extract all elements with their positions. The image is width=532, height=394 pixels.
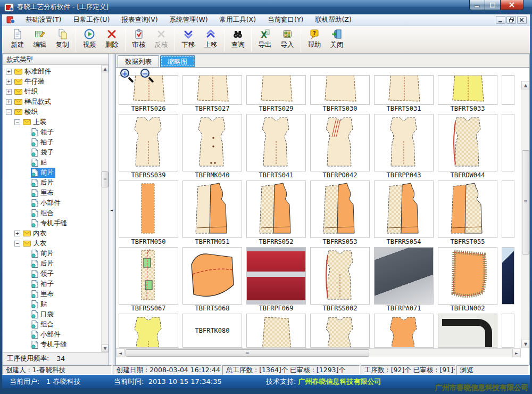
- tree-item[interactable]: 里布: [3, 289, 101, 299]
- scroll-left-icon[interactable]: ◄: [116, 349, 124, 357]
- expand-icon[interactable]: +: [14, 231, 20, 236]
- export-button[interactable]: X导出: [254, 27, 276, 52]
- tab-thumbnails[interactable]: 缩略图: [160, 55, 195, 67]
- tree-item[interactable]: 袋子: [3, 147, 101, 158]
- scroll-down-icon[interactable]: ▼: [102, 344, 109, 352]
- thumbnail-image[interactable]: [374, 114, 434, 171]
- tree-item[interactable]: −上装: [3, 117, 101, 127]
- thumbnail-cell[interactable]: [246, 314, 306, 348]
- close-button[interactable]: [500, 0, 523, 10]
- thumbnail-image[interactable]: [119, 247, 178, 305]
- thumbnail-cell[interactable]: [374, 180, 434, 238]
- menu-item[interactable]: 当前窗口(Y): [262, 14, 309, 26]
- thumbnail-cell[interactable]: [374, 114, 434, 171]
- thumbnail-cell-partial[interactable]: [502, 314, 514, 348]
- thumbnail-cell[interactable]: [246, 180, 306, 238]
- thumbnail-image[interactable]: [182, 180, 242, 238]
- tree-item[interactable]: 领子: [3, 127, 101, 137]
- thumbnail-image[interactable]: [119, 314, 178, 348]
- thumbnail-cell[interactable]: [374, 247, 434, 305]
- thumbnail-image[interactable]: [374, 180, 434, 238]
- edit-button[interactable]: 编辑: [29, 27, 51, 52]
- unaudit-button[interactable]: 反核: [150, 27, 172, 52]
- tree-item[interactable]: 专机手缝: [3, 340, 101, 350]
- thumbnail-cell[interactable]: [182, 114, 242, 171]
- thumbnail-cell[interactable]: [182, 75, 242, 105]
- thumbnail-cell[interactable]: [246, 247, 306, 305]
- expand-icon[interactable]: +: [6, 69, 12, 75]
- tree-item[interactable]: 口袋: [3, 309, 101, 319]
- scroll-right-icon[interactable]: ►: [512, 349, 521, 357]
- thumbnail-image[interactable]: [310, 314, 370, 348]
- tree-item[interactable]: 里布: [3, 188, 101, 198]
- delete-button[interactable]: 删除: [101, 27, 123, 52]
- menu-item[interactable]: 系统管理(W): [164, 14, 214, 26]
- thumbnail-cell[interactable]: [119, 180, 178, 238]
- tree-item[interactable]: 贴: [3, 158, 101, 168]
- tree-item[interactable]: 后片: [3, 259, 101, 269]
- thumbnail-image[interactable]: [438, 247, 497, 305]
- tree-item[interactable]: +牛仔装: [3, 77, 101, 87]
- thumbnail-cell[interactable]: [310, 247, 370, 305]
- thumbnail-image[interactable]: [374, 75, 434, 105]
- thumbnail-image[interactable]: [182, 114, 242, 171]
- vertical-scrollbar[interactable]: ▲ ≡ ▼: [521, 81, 529, 348]
- collapse-panel-icon[interactable]: ◄: [110, 208, 113, 212]
- thumbnail-cell-partial[interactable]: [502, 247, 514, 305]
- thumbnail-cell[interactable]: [310, 75, 370, 105]
- thumbnail-image[interactable]: [119, 114, 178, 171]
- thumbnail-image[interactable]: [438, 75, 497, 105]
- thumbnail-image[interactable]: [438, 314, 497, 348]
- thumbnail-cell[interactable]: [374, 75, 434, 105]
- thumbnail-image[interactable]: [182, 75, 242, 105]
- thumbnail-image[interactable]: [438, 180, 497, 238]
- menu-item[interactable]: 联机帮助(Z): [309, 14, 357, 26]
- thumbnail-image[interactable]: [310, 75, 370, 105]
- thumbnail-cell[interactable]: [310, 180, 370, 238]
- tree-item[interactable]: +标准部件: [3, 67, 101, 77]
- horizontal-scrollbar[interactable]: ◄ ≡ ►: [116, 348, 521, 357]
- menu-item[interactable]: 常用工具(X): [214, 14, 262, 26]
- tree-item[interactable]: 组合: [3, 319, 101, 330]
- thumbnail-image[interactable]: [246, 180, 306, 238]
- thumbnail-cell-partial[interactable]: [502, 180, 514, 238]
- expand-icon[interactable]: +: [6, 99, 12, 105]
- thumbnail-image[interactable]: [119, 180, 178, 238]
- thumbnail-cell[interactable]: [438, 75, 497, 105]
- tree-item[interactable]: −大衣: [3, 239, 101, 249]
- thumbnail-cell[interactable]: TBFRTK080: [182, 314, 242, 348]
- thumbnail-image[interactable]: [310, 247, 370, 305]
- collapse-icon[interactable]: −: [14, 241, 20, 247]
- expand-icon[interactable]: +: [6, 89, 12, 95]
- scroll-up-icon[interactable]: ▲: [102, 65, 109, 72]
- collapse-icon[interactable]: −: [6, 109, 12, 115]
- thumbnail-image[interactable]: TBFRTK080: [182, 314, 242, 348]
- menu-item[interactable]: 日常工作(U): [67, 14, 115, 26]
- thumbnail-image[interactable]: [182, 247, 242, 305]
- tree-item[interactable]: 组合: [3, 208, 101, 218]
- tree-scroll-thumb[interactable]: ≡: [102, 171, 109, 187]
- zoom-out-button[interactable]: −: [140, 69, 156, 85]
- thumbnail-image[interactable]: [374, 247, 434, 305]
- tree-item[interactable]: +样品款式: [3, 97, 101, 107]
- import-button[interactable]: 导入: [276, 27, 298, 52]
- thumbnail-cell[interactable]: [438, 314, 497, 348]
- thumbnail-image[interactable]: [246, 75, 306, 105]
- horizontal-scroll-thumb[interactable]: ≡: [126, 349, 369, 357]
- tree-item[interactable]: 专机手缝: [3, 218, 101, 228]
- mdi-minimize-button[interactable]: [496, 16, 505, 24]
- audit-button[interactable]: 审核: [128, 27, 150, 52]
- thumbnail-cell[interactable]: [182, 247, 242, 305]
- thumbnail-image[interactable]: [310, 114, 370, 171]
- tree-item[interactable]: +针织: [3, 87, 101, 97]
- exit-button[interactable]: 关闭: [326, 27, 348, 52]
- move-up-button[interactable]: 上移: [200, 27, 222, 52]
- collapse-icon[interactable]: −: [14, 119, 20, 125]
- thumbnail-image[interactable]: [310, 180, 370, 238]
- move-down-button[interactable]: 下移: [177, 27, 200, 52]
- thumbnail-cell[interactable]: [119, 247, 178, 305]
- thumbnail-cell[interactable]: [310, 114, 370, 171]
- thumbnail-cell-partial[interactable]: [502, 75, 514, 105]
- scroll-down-icon[interactable]: ▼: [521, 340, 529, 348]
- thumbnail-cell[interactable]: [438, 114, 497, 171]
